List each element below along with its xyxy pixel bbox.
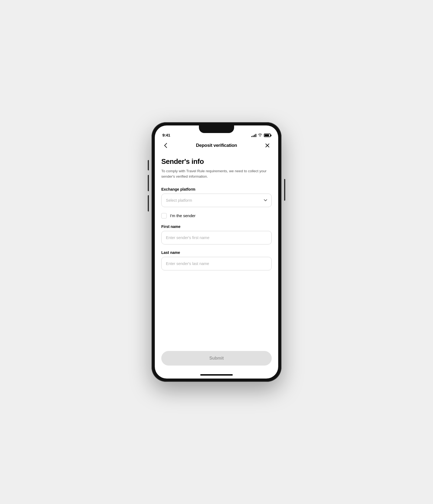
submit-button[interactable]: Submit: [161, 351, 272, 366]
exchange-platform-label: Exchange platform: [161, 187, 272, 191]
close-button[interactable]: [263, 141, 272, 150]
first-name-label: First name: [161, 224, 272, 229]
section-heading: Sender's info: [161, 157, 272, 166]
back-button[interactable]: [161, 141, 170, 150]
last-name-input[interactable]: [161, 257, 272, 270]
content-area: Sender's info To comply with Travel Rule…: [155, 153, 278, 347]
sender-checkbox-row[interactable]: I'm the sender: [161, 213, 272, 218]
status-time: 9:41: [162, 133, 170, 137]
volume-down-button: [148, 195, 149, 211]
dropdown-arrow-icon: [264, 198, 267, 202]
power-button: [284, 179, 285, 201]
exchange-platform-dropdown[interactable]: Select platform: [161, 194, 272, 207]
first-name-group: First name: [161, 224, 272, 244]
battery-icon: [264, 134, 271, 137]
home-bar: [200, 374, 233, 376]
last-name-group: Last name: [161, 250, 272, 270]
exchange-platform-group: Exchange platform Select platform: [161, 187, 272, 207]
bottom-area: Submit: [155, 347, 278, 371]
phone-screen: 9:41: [155, 125, 278, 379]
phone-frame: 9:41: [152, 122, 281, 382]
nav-header: Deposit verification: [155, 139, 278, 153]
sender-checkbox-label: I'm the sender: [170, 213, 196, 218]
wifi-icon: [258, 133, 262, 137]
page-title: Deposit verification: [196, 143, 237, 148]
page-wrapper: 9:41: [0, 0, 433, 504]
last-name-label: Last name: [161, 250, 272, 255]
notch: [199, 125, 234, 133]
status-icons: [251, 133, 271, 137]
signal-icon: [251, 134, 256, 137]
dropdown-placeholder: Select platform: [166, 198, 192, 203]
first-name-input[interactable]: [161, 231, 272, 244]
section-description: To comply with Travel Rule requirements,…: [161, 168, 272, 180]
home-indicator: [155, 371, 278, 379]
volume-up-button: [148, 175, 149, 191]
sender-checkbox[interactable]: [161, 213, 167, 218]
